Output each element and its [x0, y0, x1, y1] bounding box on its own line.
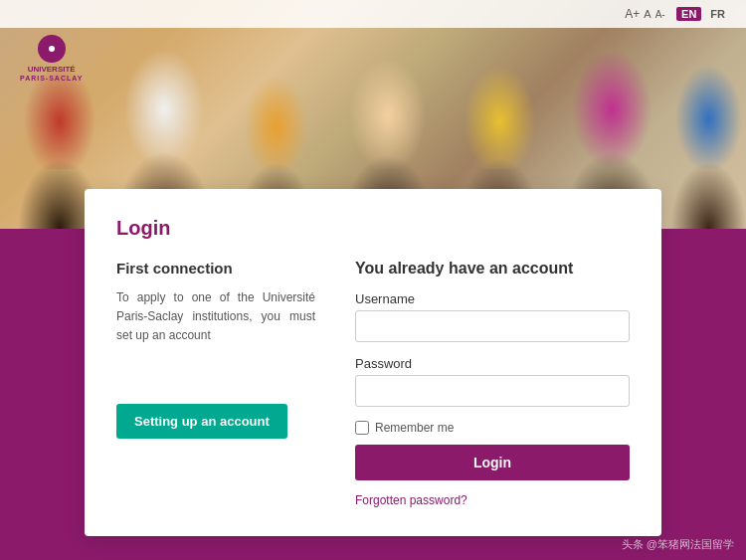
remember-checkbox[interactable] [355, 421, 369, 435]
forgotten-password-link[interactable]: Forgotten password? [355, 493, 467, 507]
first-connection-column: First connection To apply to one of the … [116, 260, 315, 508]
logo-subname: PARIS-SACLAY [20, 75, 83, 82]
username-input[interactable] [355, 310, 630, 342]
logo-name: université [28, 65, 76, 75]
setup-account-button[interactable]: Setting up an account [116, 404, 287, 439]
remember-row: Remember me [355, 421, 630, 435]
card-columns: First connection To apply to one of the … [116, 260, 630, 508]
university-logo[interactable]: université PARIS-SACLAY [20, 35, 83, 82]
font-default-btn[interactable]: A [644, 8, 651, 20]
logo-circle [38, 35, 66, 63]
remember-label: Remember me [375, 421, 454, 435]
existing-account-column: You already have an account Username Pas… [355, 260, 630, 508]
logo-dot [49, 46, 55, 52]
first-connection-description: To apply to one of the Université Paris-… [116, 288, 315, 346]
existing-account-heading: You already have an account [355, 260, 630, 278]
font-smaller-btn[interactable]: A- [655, 9, 665, 20]
password-input[interactable] [355, 375, 630, 407]
card-title: Login [116, 217, 630, 240]
username-label: Username [355, 291, 630, 306]
password-label: Password [355, 356, 630, 371]
font-larger-btn[interactable]: A+ [625, 7, 640, 21]
font-controls: A+ A A- EN FR [625, 7, 730, 21]
login-card: Login First connection To apply to one o… [85, 189, 661, 536]
watermark: 头条 @笨猪网法国留学 [622, 537, 734, 552]
lang-en-btn[interactable]: EN [676, 7, 701, 21]
lang-fr-btn[interactable]: FR [705, 7, 730, 21]
login-button[interactable]: Login [355, 445, 630, 480]
top-bar: A+ A A- EN FR [0, 0, 746, 28]
first-connection-heading: First connection [116, 260, 315, 277]
